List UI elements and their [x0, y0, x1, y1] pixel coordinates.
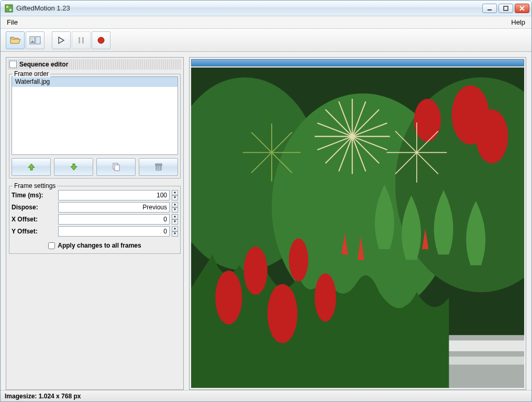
apply-all-label: Apply changes to all frames	[58, 242, 141, 249]
play-icon	[57, 36, 65, 44]
svg-point-30	[268, 284, 297, 343]
maximize-button[interactable]	[498, 4, 513, 13]
dispose-input[interactable]	[58, 202, 170, 213]
yoffset-label: Y Offset:	[12, 228, 56, 235]
delete-button[interactable]	[139, 158, 178, 176]
svg-rect-2	[9, 9, 12, 11]
time-spinner[interactable]: ▲▼	[172, 190, 178, 200]
svg-rect-14	[115, 165, 119, 171]
sequence-editor-title: Sequence editor	[8, 59, 182, 70]
export-button[interactable]	[26, 31, 45, 49]
statusbar: Imagesize: 1.024 x 768 px	[1, 390, 531, 401]
play-button[interactable]	[52, 31, 71, 49]
menu-file[interactable]: File	[4, 17, 21, 27]
svg-rect-8	[36, 37, 40, 44]
sequence-editor-panel: Sequence editor Frame order Waterfall.jp…	[6, 57, 184, 390]
menu-help[interactable]: Help	[508, 17, 528, 27]
pause-icon	[77, 36, 85, 44]
svg-rect-4	[504, 6, 508, 10]
record-icon	[97, 36, 105, 44]
svg-point-33	[476, 109, 508, 163]
svg-point-9	[31, 38, 33, 39]
delete-icon	[154, 162, 163, 172]
sequence-editor-label: Sequence editor	[19, 61, 68, 68]
svg-point-12	[98, 37, 104, 43]
preview-image	[191, 68, 524, 388]
window-icon	[9, 61, 17, 68]
frame-list[interactable]: Waterfall.jpg	[12, 76, 178, 155]
svg-rect-1	[6, 6, 8, 8]
svg-point-29	[215, 271, 242, 325]
apply-all-checkbox[interactable]	[48, 242, 55, 249]
arrow-down-icon	[69, 162, 79, 172]
titlebar: GiftedMotion 1.23	[1, 1, 531, 16]
yoffset-input[interactable]	[58, 226, 170, 237]
record-button[interactable]	[92, 31, 110, 49]
svg-point-28	[289, 239, 308, 282]
dispose-spinner[interactable]: ▲▼	[172, 202, 178, 213]
time-label: Time (ms):	[12, 192, 56, 199]
preview-panel	[189, 57, 526, 390]
move-up-button[interactable]	[12, 158, 51, 176]
image-split-icon	[29, 36, 41, 45]
frame-order-legend: Frame order	[13, 70, 50, 77]
window-title: GiftedMotion 1.23	[16, 4, 482, 12]
close-button[interactable]	[515, 4, 529, 13]
arrow-up-icon	[27, 162, 36, 172]
duplicate-button[interactable]	[96, 158, 136, 176]
toolbar	[1, 29, 531, 52]
frame-list-item[interactable]: Waterfall.jpg	[12, 77, 178, 87]
minimize-button[interactable]	[482, 4, 497, 13]
xoffset-label: X Offset:	[12, 216, 56, 223]
yoffset-spinner[interactable]: ▲▼	[172, 226, 178, 237]
svg-rect-16	[156, 164, 162, 165]
open-button[interactable]	[6, 31, 25, 49]
svg-point-34	[414, 99, 441, 142]
dispose-label: Dispose:	[12, 204, 56, 211]
app-icon	[5, 4, 13, 13]
svg-rect-10	[79, 37, 80, 43]
preview-header[interactable]	[191, 59, 524, 66]
svg-rect-11	[82, 37, 84, 43]
xoffset-input[interactable]	[58, 214, 170, 225]
move-down-button[interactable]	[54, 158, 93, 176]
xoffset-spinner[interactable]: ▲▼	[172, 214, 178, 225]
menubar: File Help	[1, 16, 531, 29]
time-input[interactable]	[58, 190, 170, 200]
folder-open-icon	[9, 35, 21, 46]
svg-point-27	[244, 247, 268, 295]
frame-settings-legend: Frame settings	[13, 182, 57, 189]
pause-button	[72, 31, 91, 49]
statusbar-text: Imagesize: 1.024 x 768 px	[5, 393, 81, 400]
svg-point-31	[315, 273, 336, 321]
copy-icon	[112, 162, 121, 172]
